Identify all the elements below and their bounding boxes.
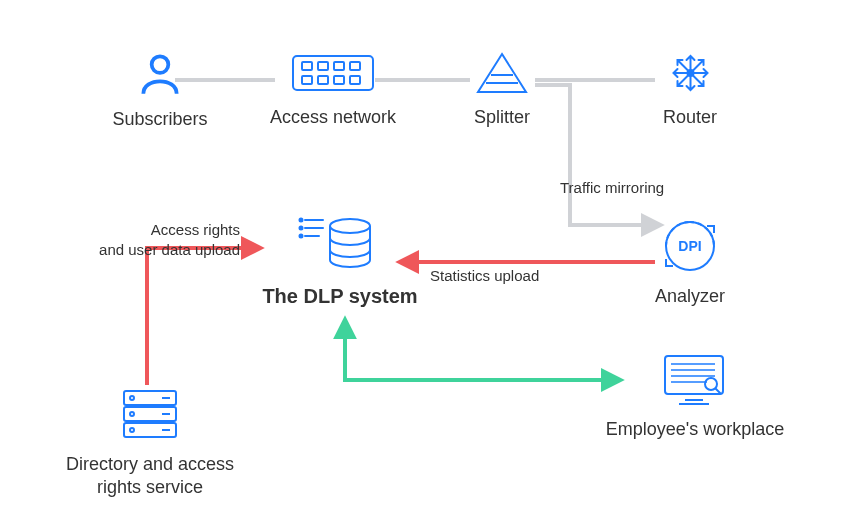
node-label: Access network: [270, 106, 396, 129]
user-icon: [135, 50, 185, 100]
edge-label-access-rights-upload: Access rights and user data upload: [70, 220, 240, 259]
node-analyzer: DPI Analyzer: [640, 215, 740, 308]
svg-point-14: [300, 235, 303, 238]
node-label: Router: [663, 106, 717, 129]
node-label: Splitter: [474, 106, 530, 129]
svg-point-11: [330, 219, 370, 233]
dpi-badge-text: DPI: [678, 238, 701, 254]
node-router: Router: [645, 48, 735, 129]
svg-point-21: [130, 428, 134, 432]
svg-rect-6: [302, 76, 312, 84]
svg-rect-8: [334, 76, 344, 84]
svg-point-12: [300, 219, 303, 222]
node-splitter: Splitter: [462, 48, 542, 129]
svg-rect-5: [350, 62, 360, 70]
svg-point-20: [130, 412, 134, 416]
node-label: The DLP system: [262, 283, 417, 309]
svg-rect-3: [318, 62, 328, 70]
node-label: Subscribers: [112, 108, 207, 131]
node-label: Employee's workplace: [606, 418, 785, 441]
svg-point-13: [300, 227, 303, 230]
database-icon: [295, 210, 385, 275]
switch-icon: [288, 48, 378, 98]
svg-point-0: [152, 56, 169, 73]
node-dlp-system: The DLP system: [250, 210, 430, 309]
svg-point-19: [130, 396, 134, 400]
dpi-gauge-icon: DPI: [659, 215, 721, 277]
svg-rect-2: [302, 62, 312, 70]
prism-icon: [472, 48, 532, 98]
svg-rect-7: [318, 76, 328, 84]
svg-rect-4: [334, 62, 344, 70]
server-rack-icon: [118, 385, 183, 445]
node-label: Analyzer: [655, 285, 725, 308]
arrows-out-icon: [663, 48, 718, 98]
node-workplace: Employee's workplace: [595, 350, 795, 441]
node-access-network: Access network: [258, 48, 408, 129]
svg-rect-9: [350, 76, 360, 84]
monitor-icon: [659, 350, 731, 410]
edge-label-statistics-upload: Statistics upload: [430, 266, 570, 286]
edge-label-traffic-mirroring: Traffic mirroring: [560, 178, 690, 198]
node-subscribers: Subscribers: [100, 50, 220, 131]
node-label: Directory and access rights service: [65, 453, 235, 500]
node-directory: Directory and access rights service: [65, 385, 235, 500]
